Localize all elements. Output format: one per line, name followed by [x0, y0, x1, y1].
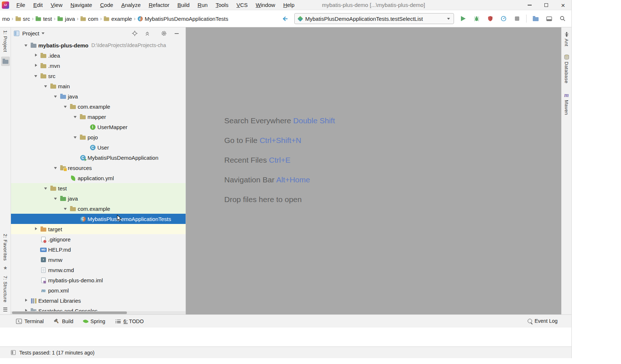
tree-item-com-example[interactable]: com.example: [11, 101, 186, 112]
tree-item-test[interactable]: test: [11, 183, 186, 193]
settings-gear-button[interactable]: [160, 30, 167, 37]
breadcrumb-item-example[interactable]: example: [104, 16, 132, 22]
close-button[interactable]: ×: [555, 0, 571, 10]
locate-file-button[interactable]: [131, 30, 138, 37]
menu-build[interactable]: Build: [173, 0, 193, 10]
menu-edit[interactable]: Edit: [29, 0, 47, 10]
scrollbar-thumb[interactable]: [12, 311, 127, 314]
toolwindow-ant-button[interactable]: Ant: [564, 39, 569, 46]
chevron-down-icon[interactable]: [42, 32, 44, 34]
menu-tools[interactable]: Tools: [211, 0, 232, 10]
chevron-right-icon[interactable]: [33, 224, 40, 234]
toolwindow-build-button[interactable]: Build: [54, 318, 73, 324]
menu-navigate[interactable]: Navigate: [66, 0, 96, 10]
toolwindow-project-button[interactable]: 1: Project: [3, 30, 8, 52]
tree-item-mvnw[interactable]: mvnw: [11, 255, 186, 265]
tree-item-java[interactable]: java: [11, 91, 186, 101]
back-arrow-button[interactable]: [281, 14, 290, 23]
menu-file[interactable]: File: [12, 0, 29, 10]
tree-item-mybatis-plus-demo[interactable]: mybatis-plus-demoD:\IdeaProjects\IdeaPro…: [11, 40, 186, 50]
breadcrumb-item-test[interactable]: test: [35, 16, 52, 22]
toolwindow-terminal-button[interactable]: Terminal: [16, 318, 44, 324]
tree-item-resources[interactable]: resources: [11, 163, 186, 173]
tree-item-mapper[interactable]: mapper: [11, 112, 186, 122]
chevron-down-icon[interactable]: [43, 183, 50, 193]
tree-item--gitignore[interactable]: .gitignore: [11, 234, 186, 244]
tree-item-help-md[interactable]: HELP.md: [11, 244, 186, 255]
tree-item-mybatisplusdemoapplicationtests[interactable]: MybatisPlusDemoApplicationTests: [11, 214, 186, 224]
tree-item-application-yml[interactable]: application.yml: [11, 173, 186, 183]
chevron-down-icon[interactable]: [63, 101, 69, 112]
chevron-down-icon[interactable]: [53, 193, 59, 204]
tree-item--idea[interactable]: .idea: [11, 50, 186, 61]
toolwindow-favorites-button[interactable]: 2: Favorites: [3, 234, 8, 261]
tree-item-main[interactable]: main: [11, 81, 186, 91]
toolwindow-structure-button[interactable]: 7: Structure: [3, 276, 8, 302]
structure-icon[interactable]: [3, 307, 7, 311]
select-opened-file-button[interactable]: [531, 14, 540, 23]
breadcrumb-item-mybatisplusdemoapplicationtests[interactable]: MybatisPlusDemoApplicationTests: [137, 16, 228, 22]
chevron-down-icon[interactable]: [23, 40, 30, 50]
chevron-down-icon[interactable]: [53, 163, 59, 173]
breadcrumb-item-mo[interactable]: mo: [2, 16, 10, 22]
chevron-right-icon[interactable]: [33, 50, 40, 61]
tree-item-mybatisplusdemoapplication[interactable]: MybatisPlusDemoApplication: [11, 152, 186, 163]
coverage-button[interactable]: [486, 14, 494, 23]
horizontal-scrollbar[interactable]: [11, 311, 186, 314]
menu-analyze[interactable]: Analyze: [117, 0, 144, 10]
breadcrumb-item-com[interactable]: com: [80, 16, 98, 22]
project-toolwindow-button[interactable]: [1, 57, 10, 66]
run-button[interactable]: [459, 14, 467, 23]
tree-item-com-example[interactable]: com.example: [11, 204, 186, 214]
run-config-selector[interactable]: MybatisPlusDemoApplicationTests.testSele…: [294, 13, 454, 24]
maximize-button[interactable]: [538, 0, 555, 10]
window-layout-button[interactable]: [545, 14, 554, 23]
breadcrumb-item-java[interactable]: java: [57, 16, 75, 22]
menu-code[interactable]: Code: [96, 0, 117, 10]
star-icon[interactable]: ★: [3, 265, 8, 271]
tree-item-mvnw-cmd[interactable]: mvnw.cmd: [11, 265, 186, 275]
chevron-right-icon[interactable]: [33, 61, 40, 71]
breadcrumb-label: com: [88, 16, 98, 22]
tree-item-user[interactable]: User: [11, 142, 186, 152]
toolwindow-event-log-button[interactable]: Event Log: [528, 318, 558, 324]
tree-item-target[interactable]: target: [11, 224, 186, 234]
menu-refactor[interactable]: Refactor: [145, 0, 174, 10]
minimize-button[interactable]: [521, 0, 538, 10]
tree-item-external-libraries[interactable]: External Libraries: [11, 295, 186, 306]
tree-item-mybatis-plus-demo-iml[interactable]: mybatis-plus-demo.iml: [11, 275, 186, 285]
tree-item-usermapper[interactable]: UserMapper: [11, 122, 186, 132]
menu-view[interactable]: View: [47, 0, 66, 10]
tree-item--mvn[interactable]: .mvn: [11, 61, 186, 71]
toolwindow-todo-button[interactable]: 6: TODO: [116, 318, 144, 324]
ant-icon[interactable]: [564, 32, 569, 37]
chevron-down-icon[interactable]: [43, 81, 50, 91]
tree-item-src[interactable]: src: [11, 71, 186, 81]
collapse-all-button[interactable]: [144, 30, 151, 37]
chevron-right-icon[interactable]: [23, 295, 30, 306]
breadcrumb-item-src[interactable]: src: [15, 16, 30, 22]
debug-button[interactable]: [472, 14, 481, 23]
search-everywhere-button[interactable]: [558, 14, 567, 23]
toolwindow-maven-button[interactable]: Maven: [564, 100, 569, 115]
tree-item-pom-xml[interactable]: pom.xml: [11, 285, 186, 295]
maven-icon[interactable]: m: [564, 92, 568, 98]
menu-help[interactable]: Help: [279, 0, 299, 10]
chevron-down-icon[interactable]: [63, 204, 69, 214]
menu-run[interactable]: Run: [194, 0, 212, 10]
menu-vcs[interactable]: VCS: [232, 0, 252, 10]
toolwindow-database-button[interactable]: Database: [564, 62, 569, 84]
menu-window[interactable]: Window: [252, 0, 279, 10]
chevron-down-icon[interactable]: [73, 132, 79, 142]
database-icon[interactable]: [564, 54, 569, 60]
toolwindow-spring-button[interactable]: Spring: [84, 318, 105, 324]
profiler-button[interactable]: [499, 14, 508, 23]
toolwindow-toggle-icon[interactable]: [11, 350, 16, 355]
hide-panel-button[interactable]: [173, 30, 180, 37]
chevron-down-icon[interactable]: [53, 91, 59, 101]
chevron-down-icon[interactable]: [33, 71, 40, 81]
chevron-down-icon[interactable]: [73, 112, 79, 122]
project-panel-title[interactable]: Project: [22, 30, 39, 36]
tree-item-pojo[interactable]: pojo: [11, 132, 186, 142]
tree-item-java[interactable]: java: [11, 193, 186, 204]
